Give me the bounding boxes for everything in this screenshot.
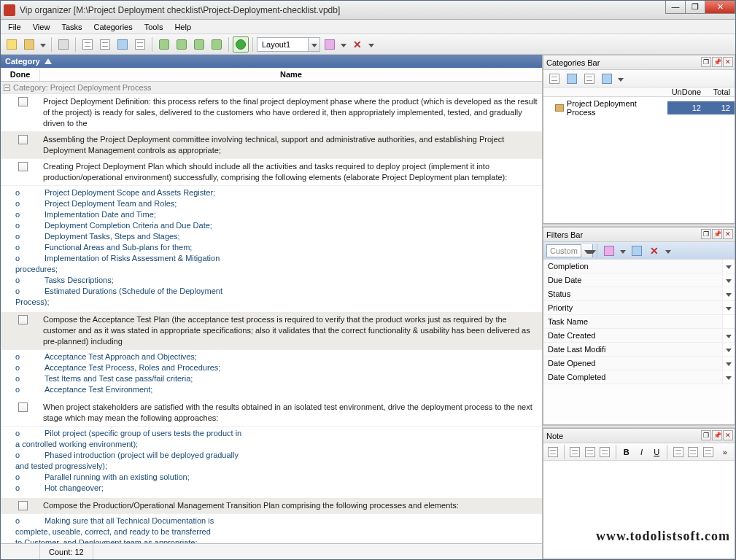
- cat-options-dropdown[interactable]: [616, 74, 625, 83]
- filter-preset-combo[interactable]: Custom: [546, 244, 593, 257]
- menu-help[interactable]: Help: [170, 21, 195, 33]
- cat-new-button[interactable]: [546, 71, 562, 87]
- delete-task-button[interactable]: [132, 36, 148, 52]
- nav-prev-button[interactable]: [174, 36, 190, 52]
- filter-del-dropdown[interactable]: [664, 246, 673, 255]
- delete-layout-button[interactable]: ✕: [349, 36, 365, 52]
- tasks-grid[interactable]: Category: Project Deployment Process Pro…: [1, 82, 542, 543]
- wand-dropdown[interactable]: [339, 40, 348, 49]
- col-undone[interactable]: UnDone: [667, 88, 705, 96]
- filter-row[interactable]: Date Created: [543, 329, 735, 343]
- filter-del-button[interactable]: ✕: [646, 243, 662, 259]
- maximize-button[interactable]: ❐: [685, 1, 705, 14]
- filter-row[interactable]: Date Opened: [543, 357, 735, 370]
- chevron-down-icon[interactable]: [723, 301, 735, 314]
- print-button[interactable]: [55, 36, 71, 52]
- note-edit-button[interactable]: [546, 444, 560, 460]
- filter-row[interactable]: Date Completed: [543, 370, 735, 384]
- delete-layout-dropdown[interactable]: [367, 40, 376, 49]
- filter-row[interactable]: Status: [543, 287, 735, 301]
- chevron-down-icon[interactable]: [723, 287, 735, 300]
- chevron-down-icon[interactable]: [723, 370, 735, 384]
- task-row[interactable]: Compose the Production/Operational Manag…: [1, 498, 542, 514]
- panel-restore-button[interactable]: ❐: [701, 229, 711, 239]
- panel-pin-button[interactable]: 📌: [712, 430, 722, 440]
- collapse-icon[interactable]: [4, 85, 10, 91]
- panel-restore-button[interactable]: ❐: [701, 430, 711, 440]
- chevron-down-icon[interactable]: [308, 38, 319, 51]
- filters-panel-header[interactable]: Filters Bar ❐ 📌 ✕: [543, 228, 735, 242]
- wand-button[interactable]: [322, 36, 338, 52]
- cat-edit-button[interactable]: [564, 71, 580, 87]
- task-row[interactable]: Creating Project Deployment Plan which s…: [1, 159, 542, 186]
- col-total[interactable]: Total: [705, 88, 735, 96]
- new-task-button[interactable]: [80, 36, 96, 52]
- task-row[interactable]: Project Deployment Definition: this proc…: [1, 94, 542, 132]
- minimize-button[interactable]: —: [665, 1, 686, 14]
- column-name[interactable]: Name: [40, 68, 542, 81]
- align-right-button[interactable]: [598, 444, 612, 460]
- chevron-down-icon[interactable]: [723, 357, 735, 370]
- group-by-bar[interactable]: Category: [1, 55, 542, 68]
- filter-row[interactable]: Due Date: [543, 273, 735, 287]
- done-checkbox[interactable]: [18, 135, 28, 144]
- panel-restore-button[interactable]: ❐: [701, 57, 711, 67]
- done-checkbox[interactable]: [18, 315, 28, 324]
- menu-tools[interactable]: Tools: [140, 21, 168, 33]
- menu-tasks[interactable]: Tasks: [57, 21, 86, 33]
- open-button[interactable]: [21, 36, 37, 52]
- italic-button[interactable]: I: [635, 444, 648, 460]
- close-button[interactable]: ✕: [705, 1, 735, 14]
- note-more-button[interactable]: »: [718, 444, 732, 460]
- titlebar[interactable]: Vip organizer [M:\Project Deployment che…: [1, 1, 735, 20]
- category-row[interactable]: Project Deployment Process 12 12: [543, 97, 735, 119]
- filter-row[interactable]: Task Name: [543, 315, 735, 329]
- cat-del-button[interactable]: [581, 71, 597, 87]
- menu-view[interactable]: View: [28, 21, 55, 33]
- task-row[interactable]: Compose the Acceptance Test Plan (the ac…: [1, 312, 542, 350]
- list-outline-button[interactable]: [702, 444, 716, 460]
- chevron-down-icon[interactable]: [723, 273, 735, 287]
- new-subtask-button[interactable]: [97, 36, 113, 52]
- done-checkbox[interactable]: [18, 501, 28, 510]
- done-checkbox[interactable]: [18, 162, 28, 171]
- filter-toggle-button[interactable]: [233, 36, 249, 52]
- nav-last-button[interactable]: [209, 36, 225, 52]
- categories-panel-header[interactable]: Categories Bar ❐ 📌 ✕: [543, 55, 735, 70]
- filter-clear-button[interactable]: [629, 243, 645, 259]
- nav-first-button[interactable]: [156, 36, 172, 52]
- column-done[interactable]: Done: [1, 68, 40, 81]
- panel-close-button[interactable]: ✕: [723, 57, 733, 67]
- list-numbers-button[interactable]: [686, 444, 700, 460]
- align-center-button[interactable]: [583, 444, 597, 460]
- chevron-down-icon[interactable]: [723, 260, 735, 273]
- done-checkbox[interactable]: [18, 97, 28, 106]
- chevron-down-icon[interactable]: [581, 244, 592, 257]
- list-bullets-button[interactable]: [671, 444, 685, 460]
- task-row[interactable]: When project stakeholders are satisfied …: [1, 400, 542, 427]
- nav-next-button[interactable]: [191, 36, 207, 52]
- bold-button[interactable]: B: [619, 444, 633, 460]
- underline-button[interactable]: U: [650, 444, 664, 460]
- filter-wand-dropdown[interactable]: [619, 246, 627, 255]
- open-dropdown[interactable]: [39, 40, 47, 49]
- note-panel-header[interactable]: Note ❐ 📌 ✕: [543, 429, 735, 443]
- cat-options-button[interactable]: [599, 71, 615, 87]
- new-db-button[interactable]: [4, 36, 20, 52]
- group-row[interactable]: Category: Project Deployment Process: [1, 82, 542, 94]
- panel-close-button[interactable]: ✕: [723, 430, 733, 440]
- panel-pin-button[interactable]: 📌: [712, 57, 722, 67]
- menu-categories[interactable]: Categories: [90, 21, 137, 33]
- edit-task-button[interactable]: [115, 36, 131, 52]
- filter-row[interactable]: Date Last Modifi: [543, 343, 735, 357]
- layout-combo[interactable]: Layout1: [257, 37, 320, 52]
- chevron-down-icon[interactable]: [723, 343, 735, 356]
- align-left-button[interactable]: [568, 444, 582, 460]
- filter-row[interactable]: Priority: [543, 301, 735, 315]
- filter-wand-button[interactable]: [601, 243, 617, 259]
- task-row[interactable]: Assembling the Project Deployment commit…: [1, 132, 542, 159]
- done-checkbox[interactable]: [18, 402, 28, 412]
- panel-close-button[interactable]: ✕: [723, 229, 733, 239]
- filter-row[interactable]: Completion: [543, 260, 735, 273]
- chevron-down-icon[interactable]: [723, 329, 735, 342]
